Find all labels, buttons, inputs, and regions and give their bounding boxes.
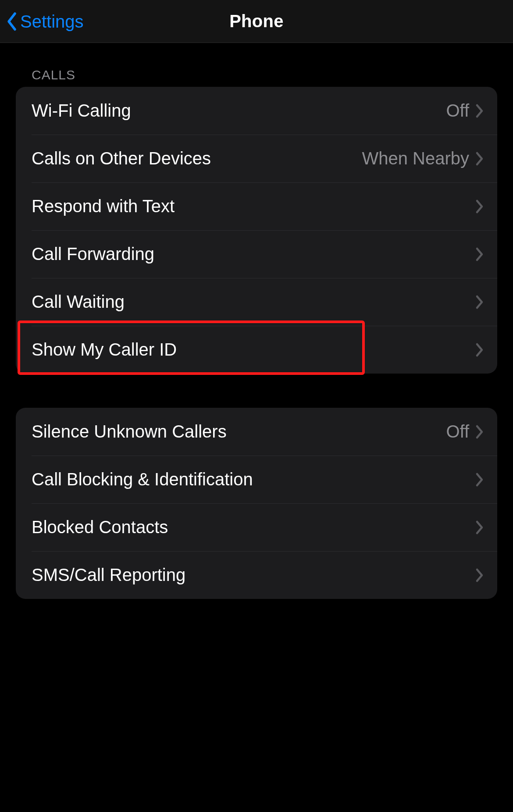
settings-group-2: Silence Unknown Callers Off Call Blockin…: [16, 408, 497, 599]
row-call-forwarding[interactable]: Call Forwarding: [16, 230, 497, 278]
chevron-right-icon: [475, 472, 484, 487]
chevron-right-icon: [475, 520, 484, 535]
row-call-blocking-identification[interactable]: Call Blocking & Identification: [16, 456, 497, 503]
row-label: Show My Caller ID: [32, 340, 469, 360]
chevron-right-icon: [475, 342, 484, 357]
chevron-right-icon: [475, 103, 484, 118]
chevron-right-icon: [475, 247, 484, 262]
row-label: Call Waiting: [32, 292, 469, 312]
chevron-right-icon: [475, 424, 484, 439]
row-show-my-caller-id[interactable]: Show My Caller ID: [16, 326, 497, 374]
row-value: Off: [446, 101, 469, 121]
row-respond-with-text[interactable]: Respond with Text: [16, 182, 497, 230]
row-label: Call Blocking & Identification: [32, 470, 469, 489]
settings-group-calls: Wi-Fi Calling Off Calls on Other Devices…: [16, 87, 497, 374]
back-label: Settings: [20, 12, 84, 32]
row-sms-call-reporting[interactable]: SMS/Call Reporting: [16, 551, 497, 599]
back-button[interactable]: Settings: [6, 0, 84, 43]
chevron-right-icon: [475, 295, 484, 310]
row-wifi-calling[interactable]: Wi-Fi Calling Off: [16, 87, 497, 135]
row-label: Blocked Contacts: [32, 517, 469, 537]
row-label: SMS/Call Reporting: [32, 565, 469, 585]
row-label: Wi-Fi Calling: [32, 101, 446, 121]
page-title: Phone: [229, 11, 284, 31]
chevron-right-icon: [475, 151, 484, 166]
row-blocked-contacts[interactable]: Blocked Contacts: [16, 503, 497, 551]
row-label: Calls on Other Devices: [32, 149, 362, 168]
row-call-waiting[interactable]: Call Waiting: [16, 278, 497, 326]
section-header-calls: CALLS: [32, 68, 513, 82]
row-label: Respond with Text: [32, 196, 469, 216]
navbar: Settings Phone: [0, 0, 513, 43]
row-value: When Nearby: [362, 149, 469, 168]
row-label: Silence Unknown Callers: [32, 422, 446, 442]
row-calls-on-other-devices[interactable]: Calls on Other Devices When Nearby: [16, 135, 497, 182]
chevron-right-icon: [475, 568, 484, 583]
chevron-right-icon: [475, 199, 484, 214]
row-label: Call Forwarding: [32, 244, 469, 264]
row-value: Off: [446, 422, 469, 442]
chevron-left-icon: [6, 12, 18, 31]
row-silence-unknown-callers[interactable]: Silence Unknown Callers Off: [16, 408, 497, 456]
